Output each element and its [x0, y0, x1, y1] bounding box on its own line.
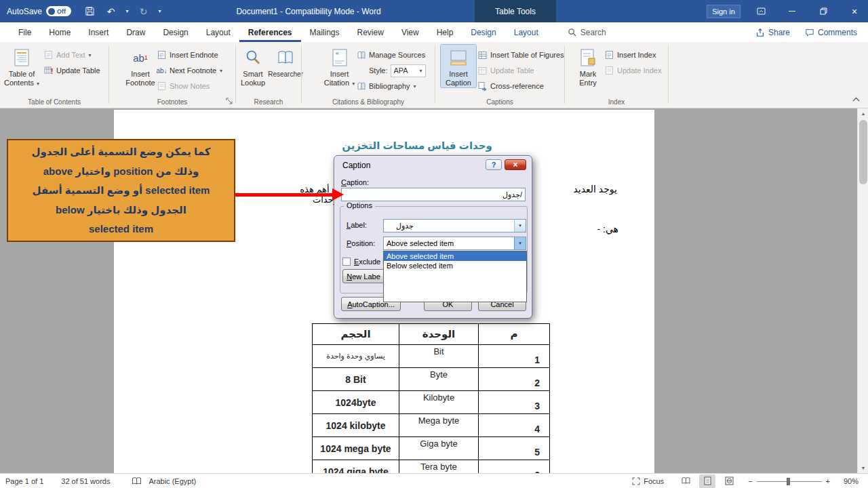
update-index-button[interactable]: Update Index	[604, 64, 661, 77]
combo-dropdown-icon[interactable]: ▾	[514, 237, 526, 249]
insert-endnote-button[interactable]: Insert Endnote	[157, 48, 218, 62]
position-field-label: Position:	[347, 239, 375, 247]
annotation-arrow-line[interactable]	[235, 193, 335, 197]
paragraph-line2[interactable]: هي: -	[580, 224, 618, 235]
undo-button[interactable]: ↶	[102, 0, 119, 22]
header-number[interactable]: م	[479, 324, 550, 345]
dialog-close-button[interactable]: ×	[505, 159, 526, 170]
close-button[interactable]: ×	[841, 0, 868, 22]
add-text-button[interactable]: Add Text▾	[43, 48, 92, 62]
header-size[interactable]: الحجم	[313, 324, 399, 345]
table-of-contents-button[interactable]: Table of Contents ▾	[3, 45, 41, 88]
redo-button[interactable]: ↻	[135, 0, 152, 22]
show-notes-button[interactable]: Show Notes	[157, 79, 210, 93]
tab-view[interactable]: View	[393, 22, 428, 42]
scrollbar-thumb[interactable]	[859, 120, 867, 184]
minimize-button[interactable]	[778, 0, 806, 22]
researcher-button[interactable]: Researcher	[270, 45, 301, 79]
print-layout-button[interactable]	[699, 474, 715, 488]
doc-heading[interactable]: وحدات قياس مساحات التخزين	[319, 140, 515, 152]
caption-dialog[interactable]: Caption ? × Caption: جدول/ Options Label…	[334, 155, 532, 319]
save-button[interactable]	[81, 0, 98, 22]
insert-caption-button[interactable]: Insert Caption	[441, 45, 476, 87]
update-index-icon	[604, 66, 614, 75]
zoom-in-button[interactable]: +	[826, 477, 830, 485]
annotation-arrow-head-icon[interactable]	[332, 188, 344, 201]
group-research: Smart Lookup Researcher Research	[236, 42, 301, 108]
language-indicator[interactable]: Arabic (Egypt)	[149, 477, 196, 485]
read-mode-button[interactable]	[677, 474, 694, 488]
qat-customize-button[interactable]: ▾	[156, 8, 163, 14]
tab-insert[interactable]: Insert	[79, 22, 117, 42]
tab-help[interactable]: Help	[428, 22, 462, 42]
insert-citation-button[interactable]: “ Insert Citation ▾	[324, 45, 355, 88]
search-box[interactable]: Search	[568, 22, 606, 42]
web-layout-button[interactable]	[721, 474, 737, 488]
dialog-title[interactable]: Caption	[342, 161, 370, 170]
focus-button[interactable]: Focus	[632, 477, 664, 485]
dropdown-option-below[interactable]: Below selected item	[384, 261, 526, 270]
exclude-label-checkbox[interactable]: Exclude l	[342, 258, 384, 266]
tab-home[interactable]: Home	[40, 22, 79, 42]
manage-sources-button[interactable]: Manage Sources	[356, 48, 425, 62]
tab-references[interactable]: References	[239, 22, 301, 42]
insert-index-button[interactable]: Insert Index	[604, 48, 656, 62]
checkbox-icon	[342, 258, 351, 266]
dialog-help-button[interactable]: ?	[486, 159, 502, 170]
style-select[interactable]: APA ▾	[391, 64, 426, 77]
new-label-button[interactable]: New Labe	[342, 269, 384, 283]
zoom-out-button[interactable]: −	[748, 477, 752, 485]
zoom-thumb[interactable]	[787, 478, 790, 485]
zoom-slider[interactable]	[757, 474, 822, 488]
comments-button[interactable]: Comments	[805, 28, 857, 37]
label-combobox[interactable]: جدول ▾	[383, 219, 526, 232]
cross-reference-button[interactable]: Cross-reference	[477, 79, 544, 93]
zoom-level[interactable]: 90%	[838, 477, 859, 485]
paragraph-fragment-right[interactable]: يوجد العديد	[560, 184, 617, 195]
ribbon-display-options-button[interactable]	[747, 0, 774, 22]
mark-entry-button[interactable]: Mark Entry	[572, 45, 604, 87]
tab-design[interactable]: Design	[154, 22, 197, 42]
autosave-toggle[interactable]: AutoSave Off	[7, 0, 71, 22]
tab-tabletools-design[interactable]: Design	[462, 22, 505, 42]
table-of-contents-icon	[13, 47, 31, 68]
dropdown-option-above[interactable]: Above selected item	[384, 251, 526, 261]
style-label: Style:	[369, 66, 388, 75]
word-count[interactable]: 32 of 51 words	[61, 477, 110, 485]
tab-tabletools-layout[interactable]: Layout	[505, 22, 547, 42]
restore-button[interactable]	[810, 0, 837, 22]
dropdown-arrow-icon: ▾	[420, 68, 422, 74]
smart-lookup-button[interactable]: Smart Lookup	[237, 45, 269, 87]
manage-sources-icon	[356, 51, 366, 60]
tab-layout[interactable]: Layout	[197, 22, 239, 42]
annotation-callout[interactable]: كما يمكن وضع التسمية أعلى الجدول وذلك من…	[7, 139, 235, 242]
collapse-ribbon-button[interactable]	[852, 94, 860, 104]
dropdown-arrow-icon: ▾	[414, 83, 416, 89]
bibliography-button[interactable]: Bibliography▾	[356, 79, 416, 93]
position-dropdown-list[interactable]: Above selected item Below selected item	[383, 251, 527, 302]
print-layout-icon	[704, 476, 711, 485]
tab-draw[interactable]: Draw	[117, 22, 154, 42]
next-footnote-button[interactable]: ab↓ Next Footnote▾	[157, 64, 222, 77]
combo-dropdown-icon[interactable]: ▾	[514, 220, 526, 232]
caption-input[interactable]: جدول/	[341, 188, 526, 201]
update-table-button[interactable]: ! Update Table	[43, 64, 100, 77]
scroll-up-icon[interactable]: ▲	[858, 108, 868, 119]
tab-mailings[interactable]: Mailings	[301, 22, 349, 42]
share-button[interactable]: Share	[755, 28, 790, 37]
view-switcher	[677, 474, 737, 488]
sign-in-button[interactable]: Sign in	[707, 5, 741, 18]
scroll-down-icon[interactable]: ▼	[858, 463, 868, 473]
update-caption-table-button[interactable]: Update Table	[477, 64, 534, 77]
ribbon-tab-bar: File Home Insert Draw Design Layout Refe…	[0, 22, 868, 42]
header-unit[interactable]: الوحدة	[399, 324, 479, 345]
proofing-button[interactable]	[132, 477, 142, 485]
insert-footnote-button[interactable]: ab1 Insert Footnote	[124, 45, 157, 87]
undo-dropdown-icon[interactable]: ▾	[123, 8, 131, 14]
position-combobox[interactable]: Above selected item ▾	[383, 237, 526, 250]
page-indicator[interactable]: Page 1 of 1	[5, 477, 43, 485]
tab-review[interactable]: Review	[349, 22, 393, 42]
insert-table-of-figures-button[interactable]: Insert Table of Figures	[477, 48, 564, 62]
vertical-scrollbar[interactable]: ▲ ▼	[857, 108, 868, 473]
tab-file[interactable]: File	[9, 22, 40, 42]
